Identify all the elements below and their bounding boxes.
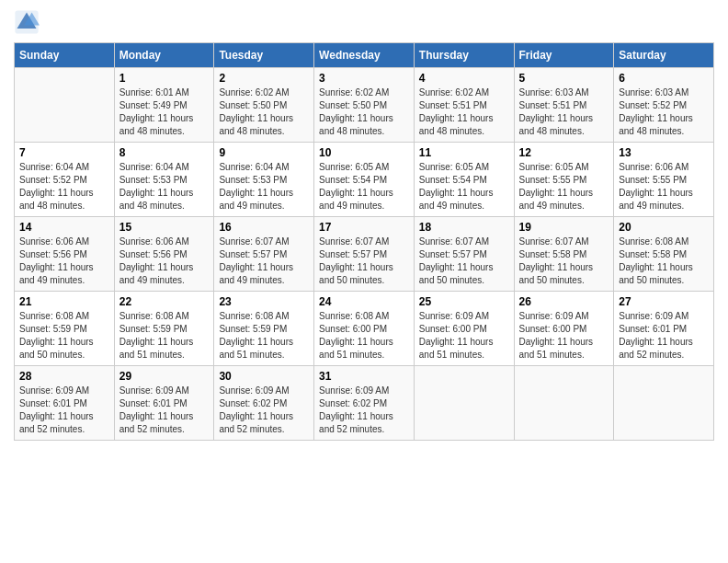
- day-info: Sunrise: 6:03 AMSunset: 5:52 PMDaylight:…: [619, 86, 709, 138]
- day-number: 7: [19, 146, 109, 159]
- calendar-cell: 15Sunrise: 6:06 AMSunset: 5:56 PMDayligh…: [114, 217, 214, 292]
- calendar-cell: 14Sunrise: 6:06 AMSunset: 5:56 PMDayligh…: [15, 217, 115, 292]
- calendar-cell: 8Sunrise: 6:04 AMSunset: 5:53 PMDaylight…: [114, 143, 214, 217]
- day-number: 2: [219, 72, 309, 85]
- calendar-cell: 10Sunrise: 6:05 AMSunset: 5:54 PMDayligh…: [314, 143, 415, 217]
- day-info: Sunrise: 6:02 AMSunset: 5:50 PMDaylight:…: [319, 86, 409, 138]
- day-number: 8: [119, 146, 210, 159]
- calendar-cell: 9Sunrise: 6:04 AMSunset: 5:53 PMDaylight…: [214, 143, 314, 217]
- day-info: Sunrise: 6:04 AMSunset: 5:52 PMDaylight:…: [19, 161, 109, 213]
- day-number: 11: [419, 146, 509, 159]
- day-number: 9: [219, 146, 309, 159]
- calendar-week-row: 28Sunrise: 6:09 AMSunset: 6:01 PMDayligh…: [15, 366, 714, 441]
- day-number: 31: [319, 370, 409, 383]
- day-info: Sunrise: 6:01 AMSunset: 5:49 PMDaylight:…: [119, 86, 210, 138]
- day-number: 20: [619, 221, 709, 234]
- header-wednesday: Wednesday: [314, 43, 415, 68]
- calendar-cell: 18Sunrise: 6:07 AMSunset: 5:57 PMDayligh…: [414, 217, 514, 292]
- header-friday: Friday: [514, 43, 614, 68]
- day-number: 21: [19, 295, 109, 308]
- day-info: Sunrise: 6:03 AMSunset: 5:51 PMDaylight:…: [519, 86, 609, 138]
- day-number: 16: [219, 221, 309, 234]
- day-number: 30: [219, 370, 309, 383]
- calendar-cell: 13Sunrise: 6:06 AMSunset: 5:55 PMDayligh…: [614, 143, 714, 217]
- calendar-cell: 12Sunrise: 6:05 AMSunset: 5:55 PMDayligh…: [514, 143, 614, 217]
- day-info: Sunrise: 6:06 AMSunset: 5:56 PMDaylight:…: [119, 236, 210, 287]
- calendar-week-row: 7Sunrise: 6:04 AMSunset: 5:52 PMDaylight…: [15, 143, 714, 217]
- calendar-cell: [15, 68, 115, 143]
- day-info: Sunrise: 6:04 AMSunset: 5:53 PMDaylight:…: [219, 161, 309, 213]
- calendar-week-row: 21Sunrise: 6:08 AMSunset: 5:59 PMDayligh…: [15, 292, 714, 366]
- calendar-cell: 21Sunrise: 6:08 AMSunset: 5:59 PMDayligh…: [15, 292, 115, 366]
- day-info: Sunrise: 6:06 AMSunset: 5:55 PMDaylight:…: [619, 161, 709, 213]
- calendar-cell: 27Sunrise: 6:09 AMSunset: 6:01 PMDayligh…: [614, 292, 714, 366]
- calendar-cell: 30Sunrise: 6:09 AMSunset: 6:02 PMDayligh…: [214, 366, 314, 441]
- day-info: Sunrise: 6:09 AMSunset: 6:00 PMDaylight:…: [419, 310, 509, 362]
- calendar-cell: [414, 366, 514, 441]
- header-monday: Monday: [114, 43, 214, 68]
- day-info: Sunrise: 6:05 AMSunset: 5:54 PMDaylight:…: [319, 161, 409, 213]
- calendar-cell: 1Sunrise: 6:01 AMSunset: 5:49 PMDaylight…: [114, 68, 214, 143]
- day-info: Sunrise: 6:09 AMSunset: 6:01 PMDaylight:…: [619, 310, 709, 362]
- day-info: Sunrise: 6:09 AMSunset: 6:01 PMDaylight:…: [119, 385, 210, 436]
- calendar-cell: 22Sunrise: 6:08 AMSunset: 5:59 PMDayligh…: [114, 292, 214, 366]
- day-info: Sunrise: 6:09 AMSunset: 6:00 PMDaylight:…: [519, 310, 609, 362]
- calendar-cell: 5Sunrise: 6:03 AMSunset: 5:51 PMDaylight…: [514, 68, 614, 143]
- day-number: 28: [19, 370, 109, 383]
- day-info: Sunrise: 6:02 AMSunset: 5:51 PMDaylight:…: [419, 86, 509, 138]
- day-info: Sunrise: 6:04 AMSunset: 5:53 PMDaylight:…: [119, 161, 210, 213]
- day-number: 27: [619, 295, 709, 308]
- calendar-cell: 11Sunrise: 6:05 AMSunset: 5:54 PMDayligh…: [414, 143, 514, 217]
- day-number: 29: [119, 370, 210, 383]
- calendar-cell: 20Sunrise: 6:08 AMSunset: 5:58 PMDayligh…: [614, 217, 714, 292]
- calendar-cell: 2Sunrise: 6:02 AMSunset: 5:50 PMDaylight…: [214, 68, 314, 143]
- logo: [14, 9, 43, 35]
- calendar-cell: 19Sunrise: 6:07 AMSunset: 5:58 PMDayligh…: [514, 217, 614, 292]
- header-saturday: Saturday: [614, 43, 714, 68]
- day-number: 26: [519, 295, 609, 308]
- calendar-cell: 31Sunrise: 6:09 AMSunset: 6:02 PMDayligh…: [314, 366, 415, 441]
- calendar-cell: 24Sunrise: 6:08 AMSunset: 6:00 PMDayligh…: [314, 292, 415, 366]
- calendar-header-row: SundayMondayTuesdayWednesdayThursdayFrid…: [15, 43, 714, 68]
- day-info: Sunrise: 6:09 AMSunset: 6:02 PMDaylight:…: [319, 385, 409, 436]
- day-number: 22: [119, 295, 210, 308]
- calendar-cell: 28Sunrise: 6:09 AMSunset: 6:01 PMDayligh…: [15, 366, 115, 441]
- day-number: 3: [319, 72, 409, 85]
- calendar-table: SundayMondayTuesdayWednesdayThursdayFrid…: [14, 42, 714, 441]
- day-number: 5: [519, 72, 609, 85]
- day-info: Sunrise: 6:05 AMSunset: 5:55 PMDaylight:…: [519, 161, 609, 213]
- calendar-cell: 4Sunrise: 6:02 AMSunset: 5:51 PMDaylight…: [414, 68, 514, 143]
- day-number: 17: [319, 221, 409, 234]
- page-header: [14, 9, 714, 35]
- day-info: Sunrise: 6:09 AMSunset: 6:02 PMDaylight:…: [219, 385, 309, 436]
- day-number: 4: [419, 72, 509, 85]
- day-number: 24: [319, 295, 409, 308]
- calendar-cell: 16Sunrise: 6:07 AMSunset: 5:57 PMDayligh…: [214, 217, 314, 292]
- day-number: 6: [619, 72, 709, 85]
- day-info: Sunrise: 6:05 AMSunset: 5:54 PMDaylight:…: [419, 161, 509, 213]
- calendar-cell: [514, 366, 614, 441]
- day-info: Sunrise: 6:07 AMSunset: 5:58 PMDaylight:…: [519, 236, 609, 287]
- day-info: Sunrise: 6:08 AMSunset: 5:59 PMDaylight:…: [219, 310, 309, 362]
- day-number: 19: [519, 221, 609, 234]
- day-info: Sunrise: 6:07 AMSunset: 5:57 PMDaylight:…: [219, 236, 309, 287]
- day-info: Sunrise: 6:07 AMSunset: 5:57 PMDaylight:…: [319, 236, 409, 287]
- calendar-cell: 6Sunrise: 6:03 AMSunset: 5:52 PMDaylight…: [614, 68, 714, 143]
- calendar-cell: [614, 366, 714, 441]
- day-number: 25: [419, 295, 509, 308]
- calendar-cell: 7Sunrise: 6:04 AMSunset: 5:52 PMDaylight…: [15, 143, 115, 217]
- header-tuesday: Tuesday: [214, 43, 314, 68]
- calendar-week-row: 14Sunrise: 6:06 AMSunset: 5:56 PMDayligh…: [15, 217, 714, 292]
- calendar-cell: 17Sunrise: 6:07 AMSunset: 5:57 PMDayligh…: [314, 217, 415, 292]
- logo-icon: [14, 9, 40, 35]
- day-number: 15: [119, 221, 210, 234]
- day-info: Sunrise: 6:07 AMSunset: 5:57 PMDaylight:…: [419, 236, 509, 287]
- calendar-cell: 23Sunrise: 6:08 AMSunset: 5:59 PMDayligh…: [214, 292, 314, 366]
- header-thursday: Thursday: [414, 43, 514, 68]
- calendar-cell: 26Sunrise: 6:09 AMSunset: 6:00 PMDayligh…: [514, 292, 614, 366]
- day-info: Sunrise: 6:02 AMSunset: 5:50 PMDaylight:…: [219, 86, 309, 138]
- calendar-week-row: 1Sunrise: 6:01 AMSunset: 5:49 PMDaylight…: [15, 68, 714, 143]
- day-info: Sunrise: 6:08 AMSunset: 5:58 PMDaylight:…: [619, 236, 709, 287]
- calendar-cell: 3Sunrise: 6:02 AMSunset: 5:50 PMDaylight…: [314, 68, 415, 143]
- day-number: 1: [119, 72, 210, 85]
